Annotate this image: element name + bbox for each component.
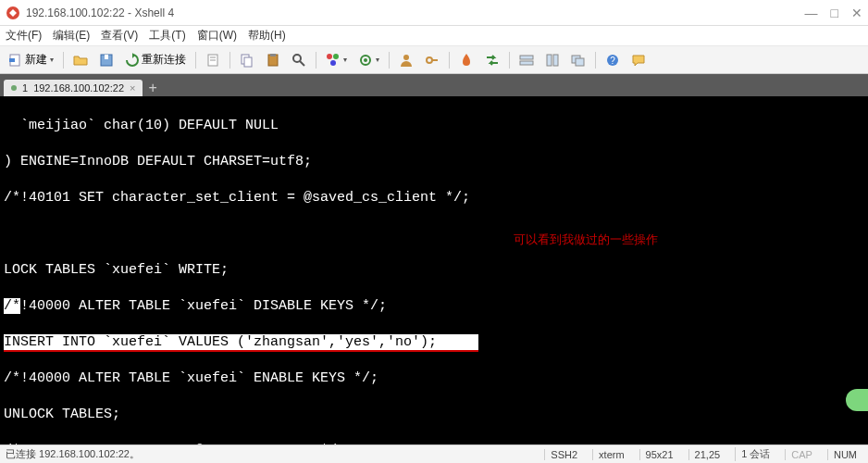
svg-rect-9 <box>244 57 252 67</box>
new-button[interactable]: 新建 ▾ <box>4 49 58 70</box>
terminal[interactable]: `meijiao` char(10) DEFAULT NULL ) ENGINE… <box>0 96 868 444</box>
folder-open-icon <box>73 53 88 68</box>
copy-icon <box>240 53 254 68</box>
paste-icon <box>266 53 280 68</box>
maximize-button[interactable]: □ <box>831 6 838 20</box>
chevron-down-icon: ▾ <box>376 56 379 64</box>
save-button[interactable] <box>94 50 118 70</box>
chevron-down-icon: ▾ <box>343 56 347 64</box>
svg-rect-27 <box>576 58 584 66</box>
tile-h-button[interactable] <box>515 50 539 70</box>
svg-point-14 <box>327 54 332 59</box>
help-button[interactable]: ? <box>601 50 625 70</box>
disconnect-icon <box>99 53 114 68</box>
open-button[interactable] <box>68 50 93 70</box>
transfer-icon <box>485 53 500 68</box>
terminal-line: LOCK TABLES `xuefei` WRITE; <box>4 261 864 280</box>
reconnect-icon <box>125 53 140 68</box>
status-num: NUM <box>827 449 862 460</box>
menubar: 文件(F) 编辑(E) 查看(V) 工具(T) 窗口(W) 帮助(H) <box>0 26 868 46</box>
toolbar-separator <box>229 52 230 69</box>
toolbar-separator <box>509 52 510 69</box>
terminal-line: /*!40101 SET character_set_client = @sav… <box>4 189 864 207</box>
svg-text:?: ? <box>610 56 615 66</box>
menu-file[interactable]: 文件(F) <box>6 28 42 44</box>
toolbar-separator <box>449 52 450 69</box>
floating-badge[interactable] <box>846 389 868 411</box>
window-title: 192.168.100.102:22 - Xshell 4 <box>26 6 805 19</box>
toolbar: 新建 ▾ 重新连接 ▾ ▾ ? <box>0 46 868 74</box>
status-sessions: 1 会话 <box>735 447 775 461</box>
statusbar: 已连接 192.168.100.102:22。 SSH2 xterm 95x21… <box>0 444 868 463</box>
reconnect-button[interactable]: 重新连接 <box>120 49 191 70</box>
toolbar-separator <box>195 52 196 69</box>
minimize-button[interactable]: — <box>805 6 818 20</box>
svg-rect-24 <box>547 55 552 66</box>
close-window-button[interactable]: ✕ <box>851 6 862 20</box>
user-icon <box>399 53 414 68</box>
svg-rect-11 <box>270 54 276 56</box>
xftp-button[interactable] <box>480 50 504 70</box>
help-icon: ? <box>605 53 620 68</box>
menu-tools[interactable]: 工具(T) <box>149 28 185 44</box>
menu-edit[interactable]: 编辑(E) <box>53 28 90 44</box>
key-button[interactable] <box>420 50 444 70</box>
font-button[interactable]: ▾ <box>353 50 384 70</box>
svg-rect-23 <box>520 61 533 65</box>
add-tab-button[interactable]: + <box>143 80 162 96</box>
flame-icon <box>459 53 474 68</box>
toolbar-separator <box>316 52 316 69</box>
connected-dot-icon <box>11 85 17 91</box>
close-tab-icon[interactable]: × <box>130 82 135 94</box>
tab-index: 1 <box>22 82 28 94</box>
new-button-label: 新建 <box>25 52 47 68</box>
tile-v-button[interactable] <box>540 50 564 70</box>
window-controls: — □ ✕ <box>805 6 862 20</box>
status-size: 95x21 <box>639 449 679 460</box>
terminal-line: UNLOCK TABLES; <box>4 406 864 424</box>
cascade-button[interactable] <box>566 50 590 70</box>
properties-button[interactable] <box>201 50 225 70</box>
terminal-line: /*!40000 ALTER TABLE `xuefei` DISABLE KE… <box>4 297 864 316</box>
toolbar-separator <box>63 52 64 69</box>
svg-rect-22 <box>520 56 533 59</box>
gear-icon <box>358 53 373 68</box>
terminal-line: /*!40103 SET TIME_ZONE=@OLD_TIME_ZONE */… <box>4 442 864 445</box>
color-button[interactable]: ▾ <box>321 50 352 70</box>
xagent-button[interactable] <box>454 50 478 70</box>
tab-label: 192.168.100.102:22 <box>33 82 124 94</box>
chat-button[interactable] <box>626 50 651 70</box>
palette-icon <box>326 53 341 68</box>
menu-help[interactable]: 帮助(H) <box>248 28 286 44</box>
doc-icon <box>205 53 220 68</box>
highlighted-insert-line: INSERT INTO `xuefei` VALUES ('zhangsan',… <box>4 334 478 352</box>
status-connection: 已连接 192.168.100.102:22。 <box>6 447 544 461</box>
tabbar: 1 192.168.100.102:22 × + <box>0 74 868 96</box>
svg-point-15 <box>333 54 339 59</box>
chevron-down-icon: ▾ <box>50 56 54 64</box>
status-protocol: SSH2 <box>544 449 583 460</box>
menu-window[interactable]: 窗口(W) <box>197 28 237 44</box>
svg-rect-4 <box>105 55 108 59</box>
terminal-line: ) ENGINE=InnoDB DEFAULT CHARSET=utf8; <box>4 153 864 171</box>
cascade-icon <box>571 53 586 68</box>
terminal-line: /*!40000 ALTER TABLE `xuefei` ENABLE KEY… <box>4 369 864 388</box>
svg-point-20 <box>427 57 432 63</box>
new-file-icon <box>8 53 23 68</box>
tile-v-icon <box>545 53 560 68</box>
session-tab[interactable]: 1 192.168.100.102:22 × <box>4 80 143 96</box>
svg-point-19 <box>403 55 409 60</box>
titlebar: 192.168.100.102:22 - Xshell 4 — □ ✕ <box>0 0 868 26</box>
user-button[interactable] <box>394 50 418 70</box>
svg-rect-25 <box>553 55 558 66</box>
overlay-annotation: 可以看到我做过的一些操作 <box>514 232 658 248</box>
copy-button[interactable] <box>235 50 259 70</box>
svg-point-16 <box>330 60 336 66</box>
paste-button[interactable] <box>261 50 285 70</box>
find-button[interactable] <box>287 50 311 70</box>
highlighted-span: /* <box>4 298 20 314</box>
toolbar-separator <box>595 52 596 69</box>
menu-view[interactable]: 查看(V) <box>101 28 138 44</box>
svg-rect-2 <box>9 58 15 62</box>
chat-icon <box>631 53 646 68</box>
